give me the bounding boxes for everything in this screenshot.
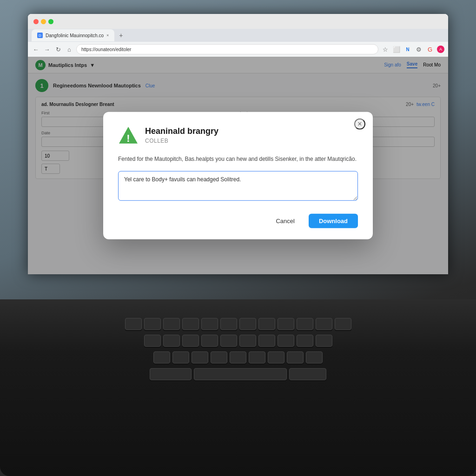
- key: [172, 351, 189, 364]
- browser-title-bar: [28, 14, 448, 29]
- maximize-traffic-light[interactable]: [48, 19, 53, 24]
- forward-button[interactable]: →: [43, 46, 51, 53]
- key: [182, 318, 199, 330]
- svg-text:!: !: [126, 132, 130, 144]
- keyboard-keys: [28, 318, 448, 399]
- traffic-lights: [33, 19, 53, 24]
- refresh-button[interactable]: ↻: [54, 46, 62, 53]
- address-bar-row: ← → ↻ ⌂ https://ounateon/editoler ☆ ⬜ N …: [28, 42, 448, 57]
- key: [194, 368, 287, 380]
- new-tab-button[interactable]: +: [116, 32, 126, 39]
- key: [278, 318, 294, 330]
- browser-tab[interactable]: D Dangfolinic Mauinnopitch.co ×: [32, 29, 114, 41]
- key: [163, 335, 180, 347]
- key: [192, 351, 208, 364]
- modal-dialog: × ! Heaninald brangry COLLEB Fented for …: [103, 112, 373, 239]
- key: [125, 318, 142, 330]
- tab-title: Dangfolinic Mauinnopitch.co: [46, 33, 104, 38]
- key: [335, 318, 351, 330]
- key: [278, 335, 294, 347]
- extensions-icon[interactable]: ⬜: [392, 46, 401, 53]
- tab-close-icon[interactable]: ×: [106, 33, 109, 38]
- key: [306, 351, 323, 364]
- key: [201, 318, 218, 330]
- modal-footer: Cancel Download: [118, 214, 358, 228]
- key: [297, 335, 313, 347]
- google-icon[interactable]: G: [426, 46, 434, 53]
- modal-textarea[interactable]: [118, 171, 358, 201]
- page-content: M Mautiplics Intps ▼ Sign afo Save Root …: [28, 57, 448, 274]
- modal-header: ! Heaninald brangry COLLEB: [118, 125, 358, 145]
- laptop-keyboard-area: [0, 299, 476, 476]
- browser-icon-1[interactable]: N: [403, 47, 412, 52]
- key: [150, 368, 192, 380]
- key: [220, 318, 237, 330]
- modal-subtitle: COLLEB: [145, 138, 218, 144]
- browser-icon-2[interactable]: ⚙: [415, 46, 423, 53]
- warning-icon: !: [118, 125, 139, 145]
- address-bar[interactable]: https://ounateon/editoler: [76, 44, 378, 54]
- key: [316, 318, 332, 330]
- browser-chrome: D Dangfolinic Mauinnopitch.co × + ← → ↻ …: [28, 14, 448, 57]
- browser-tab-bar: D Dangfolinic Mauinnopitch.co × +: [28, 29, 448, 42]
- key: [201, 335, 218, 347]
- key: [268, 351, 284, 364]
- key: [289, 368, 326, 380]
- download-button[interactable]: Download: [309, 214, 358, 228]
- cancel-button[interactable]: Cancel: [266, 214, 304, 228]
- modal-title: Heaninald brangry: [145, 126, 218, 137]
- key: [249, 351, 265, 364]
- back-button[interactable]: ←: [32, 46, 40, 53]
- key: [153, 351, 170, 364]
- key: [258, 335, 275, 347]
- key: [239, 335, 256, 347]
- tab-favicon-icon: D: [37, 33, 43, 38]
- modal-description: Fented for the Mautopitch, Bas.healpts y…: [118, 155, 358, 164]
- key: [211, 351, 227, 364]
- key: [144, 318, 161, 330]
- key: [144, 335, 161, 347]
- modal-close-button[interactable]: ×: [354, 119, 365, 130]
- key: [230, 351, 246, 364]
- laptop-screen: D Dangfolinic Mauinnopitch.co × + ← → ↻ …: [28, 14, 448, 274]
- minimize-traffic-light[interactable]: [41, 19, 46, 24]
- bookmark-icon[interactable]: ☆: [381, 46, 390, 53]
- home-button[interactable]: ⌂: [65, 46, 73, 53]
- key: [220, 335, 237, 347]
- key: [239, 318, 256, 330]
- profile-icon[interactable]: A: [437, 46, 444, 53]
- key: [287, 351, 304, 364]
- key: [297, 318, 313, 330]
- key: [258, 318, 275, 330]
- address-text: https://ounateon/editoler: [81, 47, 131, 52]
- close-traffic-light[interactable]: [33, 19, 39, 24]
- toolbar-right: ☆ ⬜ N ⚙ G A: [381, 46, 444, 53]
- key: [163, 318, 180, 330]
- key: [316, 335, 332, 347]
- key: [182, 335, 199, 347]
- modal-title-block: Heaninald brangry COLLEB: [145, 126, 218, 144]
